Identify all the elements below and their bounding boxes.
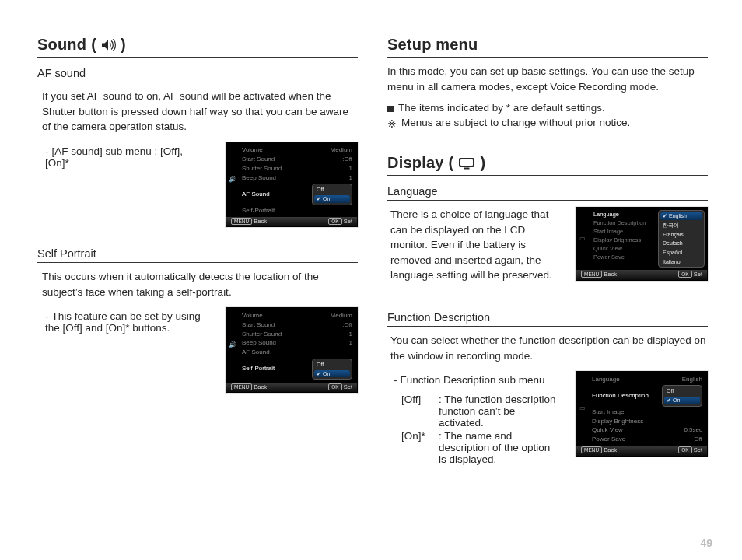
subheading-language: Language bbox=[387, 185, 708, 198]
lcd-af-sound: 🔊 VolumeMedium Start Sound:Off Shutter S… bbox=[226, 142, 358, 228]
subheading-selfportrait: Self Portrait bbox=[37, 247, 358, 260]
menu-chip: MENU bbox=[231, 218, 252, 225]
subheading-afsound: AF sound bbox=[37, 67, 358, 79]
lcd-sidebar: 🔊 bbox=[226, 143, 239, 217]
lcd-language: ▭ Language Function Description Start Im… bbox=[576, 207, 708, 280]
af-sound-options: Off ✔On bbox=[312, 184, 352, 205]
af-sound-desc: If you set AF sound to on, AF sound will… bbox=[42, 89, 358, 135]
heading-display: Display ( ) bbox=[387, 154, 708, 172]
speaker-icon bbox=[101, 39, 116, 51]
self-portrait-options: Off ✔On bbox=[312, 359, 352, 380]
fdesc-on-text: : The name and description of the option… bbox=[439, 430, 558, 465]
note-defaults: The items indicated by * are default set… bbox=[398, 102, 605, 114]
opt-on: ✔On bbox=[314, 195, 350, 203]
fdesc-options: Off ✔On bbox=[662, 385, 702, 406]
square-bullet-icon bbox=[387, 106, 394, 112]
opt-off: Off bbox=[314, 186, 350, 194]
svg-rect-1 bbox=[460, 159, 473, 166]
fdesc-off-key: [Off] bbox=[401, 394, 434, 429]
language-desc: There is a choice of language that can b… bbox=[390, 207, 558, 283]
self-portrait-submenu: This feature can be set by using the [Of… bbox=[45, 310, 201, 334]
af-sound-submenu: [AF sound] sub menu : [Off], [On]* bbox=[45, 145, 183, 169]
ok-chip: OK bbox=[328, 218, 341, 225]
reference-mark-icon: ※ bbox=[387, 118, 397, 129]
heading-sound: Sound ( ) bbox=[37, 36, 358, 54]
column-left: Sound ( ) AF sound If you set AF sound t… bbox=[37, 36, 358, 467]
heading-sound-text: Sound bbox=[37, 36, 86, 54]
fdesc-desc: You can select whether the function desc… bbox=[390, 333, 708, 363]
language-options: ✔English 한국어 Français Deutsch Español It… bbox=[658, 210, 705, 268]
column-right: Setup menu In this mode, you can set up … bbox=[387, 36, 708, 467]
fdesc-pre: Function Description sub menu bbox=[401, 374, 545, 386]
setup-desc: In this mode, you can set up basic setti… bbox=[387, 64, 708, 94]
svg-rect-2 bbox=[464, 167, 470, 169]
display-tab-icon: ▭ bbox=[579, 236, 586, 243]
subheading-fdesc: Function Description bbox=[387, 311, 708, 324]
fdesc-on-key: [On]* bbox=[401, 430, 434, 465]
lcd-self-portrait: 🔊 VolumeMedium Start Sound:Off Shutter S… bbox=[226, 307, 358, 393]
sound-tab-icon: 🔊 bbox=[229, 177, 236, 184]
lcd-function-description: ▭ LanguageEnglish Function Description O… bbox=[576, 371, 708, 457]
heading-setup: Setup menu bbox=[387, 36, 708, 54]
self-portrait-desc: This occurs when it automatically detect… bbox=[42, 269, 358, 299]
note-change: Menus are subject to change without prio… bbox=[401, 117, 630, 129]
page-number: 49 bbox=[700, 537, 712, 549]
display-icon bbox=[458, 157, 475, 170]
fdesc-off-text: : The function description function can’… bbox=[439, 394, 558, 429]
